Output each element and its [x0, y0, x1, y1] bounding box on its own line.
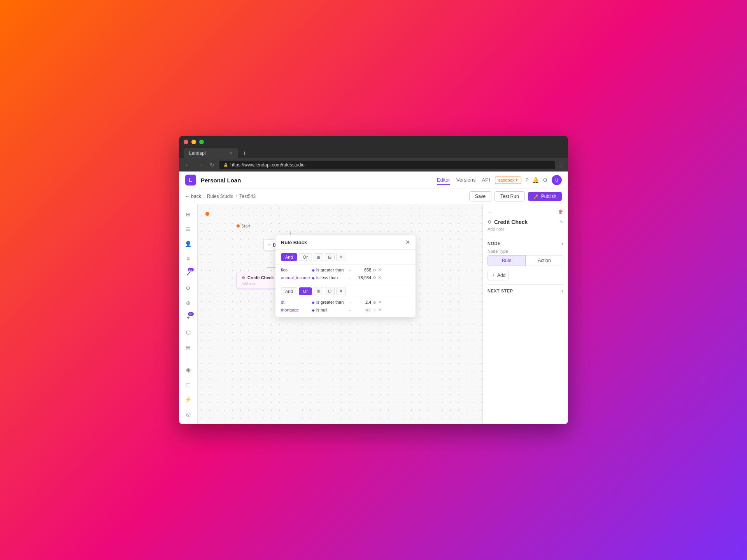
- rp-back-btn[interactable]: ←: [487, 209, 493, 215]
- publish-button[interactable]: 🚀 Publish: [528, 192, 562, 201]
- sub-or-btn[interactable]: Or: [299, 287, 312, 295]
- sandbox-badge[interactable]: sandbox ▾: [495, 177, 522, 184]
- mortgage-field[interactable]: mortgage: [281, 308, 310, 312]
- node-type-action-btn[interactable]: Action: [526, 255, 563, 266]
- user-avatar[interactable]: U: [552, 175, 562, 185]
- annual-income-value[interactable]: 78,934: [352, 275, 371, 280]
- rp-add-btn[interactable]: ＋ Add: [487, 270, 509, 280]
- sub-logic-icon-2[interactable]: ⊟: [325, 287, 335, 295]
- sidebar-icon-integrations[interactable]: ⊕: [182, 297, 195, 309]
- breadcrumb: ← back | Rules Studio / Test543: [185, 194, 256, 199]
- logic-close-btn[interactable]: ✕: [336, 253, 346, 261]
- annual-income-dash: -: [349, 276, 350, 280]
- annual-income-remove-btn[interactable]: ✕: [378, 275, 382, 280]
- start-dot: [237, 224, 240, 228]
- sidebar-icon-doc2[interactable]: ◫: [182, 378, 195, 391]
- fico-field[interactable]: fico: [281, 268, 310, 272]
- annual-income-operator[interactable]: is less than: [316, 275, 347, 280]
- sub-header: ← back | Rules Studio / Test543 Save Tes…: [179, 189, 568, 204]
- settings-icon[interactable]: ⚙: [543, 177, 548, 183]
- annual-income-settings-icon[interactable]: ⚙: [373, 276, 376, 280]
- and-btn[interactable]: And: [281, 253, 297, 261]
- save-button[interactable]: Save: [469, 191, 491, 201]
- annual-income-field[interactable]: annual_income: [281, 275, 310, 280]
- sub-and-btn[interactable]: And: [281, 287, 297, 295]
- app-header: L Personal Loan Editor Versions API sand…: [179, 172, 568, 189]
- rp-delete-btn[interactable]: 🗑: [558, 209, 563, 215]
- tab-editor[interactable]: Editor: [437, 175, 450, 185]
- node-type-rule-btn[interactable]: Rule: [487, 255, 526, 266]
- sidebar-icon-list[interactable]: ≡: [182, 252, 195, 265]
- fullscreen-dot[interactable]: [199, 140, 204, 144]
- rp-section-node-title: NODE: [487, 241, 501, 246]
- sidebar-icon-doc[interactable]: ▤: [182, 341, 195, 354]
- refresh-btn[interactable]: ↻: [208, 161, 216, 169]
- data-fetched-icon: ≡: [268, 243, 271, 247]
- dti-field[interactable]: dti: [281, 300, 310, 304]
- sidebar-icon-layers[interactable]: ☰: [182, 223, 195, 235]
- node-type-btns: Rule Action: [487, 255, 563, 266]
- sidebar-icon-branch[interactable]: ⑇ 10: [182, 267, 195, 280]
- logic-icon-1[interactable]: ⊞: [314, 253, 323, 261]
- main-layout: ⊞ ☰ 👤 ≡ ⑇ 10 ⚙ ⊕ ✦ 99 ⬡ ▤ ◉ ◫ ⚡: [179, 204, 568, 424]
- tab-title: Lendapi: [189, 150, 206, 156]
- help-icon[interactable]: ?: [525, 177, 528, 183]
- sidebar-icon-lightning[interactable]: ⚡: [182, 393, 195, 406]
- rp-next-step-chevron[interactable]: ▾: [561, 289, 563, 293]
- start-label: Start: [241, 224, 250, 228]
- back-nav-btn[interactable]: ←: [183, 161, 192, 169]
- or-btn[interactable]: Or: [299, 253, 312, 261]
- test-run-button[interactable]: Test Run: [494, 191, 524, 201]
- dti-remove-btn[interactable]: ✕: [378, 299, 382, 305]
- forward-nav-btn[interactable]: →: [195, 161, 205, 169]
- fico-settings-icon[interactable]: ⚙: [373, 268, 376, 272]
- rp-section-node-header: NODE ▾: [487, 241, 563, 246]
- mortgage-settings-icon[interactable]: ⚙: [373, 308, 376, 312]
- fico-operator[interactable]: is greater than: [316, 268, 347, 272]
- browser-tab[interactable]: Lendapi ✕: [184, 148, 238, 158]
- dti-settings-icon[interactable]: ⚙: [373, 300, 376, 304]
- credit-check-label: Credit Check: [247, 275, 274, 280]
- canvas-indicator: [205, 212, 209, 216]
- close-dot[interactable]: [184, 140, 188, 144]
- sidebar-icon-puzzle[interactable]: ⬡: [182, 326, 195, 339]
- sidebar-icon-gear2[interactable]: ✦ 99: [182, 312, 195, 324]
- fico-remove-btn[interactable]: ✕: [378, 267, 382, 273]
- header-tabs: Editor Versions API: [437, 175, 490, 185]
- minimize-dot[interactable]: [191, 140, 196, 144]
- new-tab-btn[interactable]: +: [240, 148, 249, 158]
- gear2-badge: 99: [188, 312, 194, 316]
- rp-edit-btn[interactable]: ✎: [559, 219, 563, 225]
- rp-node-chevron[interactable]: ▾: [561, 242, 563, 246]
- sidebar-icon-coin[interactable]: ◎: [182, 408, 195, 420]
- fico-value[interactable]: 658: [352, 268, 371, 272]
- breadcrumb-rules-studio[interactable]: Rules Studio: [207, 194, 233, 199]
- rule-block-close-btn[interactable]: ✕: [405, 239, 410, 245]
- sidebar-icon-settings[interactable]: ⚙: [182, 282, 195, 294]
- rp-node-icon: ⚙: [487, 219, 492, 225]
- logic-icon-2[interactable]: ⊟: [325, 253, 335, 261]
- mortgage-dot: ◆: [312, 308, 315, 312]
- tab-versions[interactable]: Versions: [456, 175, 476, 185]
- publish-icon: 🚀: [533, 194, 539, 199]
- sidebar-icon-grid[interactable]: ⊞: [182, 208, 195, 220]
- back-button[interactable]: ← back: [185, 194, 201, 199]
- browser-chrome: Lendapi ✕ +: [179, 136, 568, 158]
- dti-value[interactable]: 2.4: [352, 300, 371, 304]
- mortgage-operator[interactable]: is null: [316, 308, 347, 312]
- sub-logic-close-btn[interactable]: ✕: [336, 287, 346, 295]
- canvas-area[interactable]: Start ≡ Data Fetched data: [198, 204, 482, 424]
- browser-menu-btn[interactable]: ⋮: [558, 161, 564, 169]
- dti-operator[interactable]: is greater than: [316, 300, 347, 304]
- sidebar-icon-users[interactable]: 👤: [182, 238, 195, 250]
- rp-add-note[interactable]: Add note: [487, 227, 563, 231]
- address-bar[interactable]: 🔒 https://www.lendapi.com/rulesstudio: [219, 161, 555, 169]
- tab-api[interactable]: API: [482, 175, 490, 185]
- tab-close-btn[interactable]: ✕: [230, 151, 233, 156]
- mortgage-remove-btn[interactable]: ✕: [378, 307, 382, 313]
- sidebar-icon-user2[interactable]: ◉: [182, 364, 195, 376]
- breadcrumb-test-name: Test543: [239, 194, 256, 199]
- browser-controls: [184, 140, 563, 144]
- notification-icon[interactable]: 🔔: [532, 177, 539, 183]
- sub-logic-icon-1[interactable]: ⊞: [314, 287, 323, 295]
